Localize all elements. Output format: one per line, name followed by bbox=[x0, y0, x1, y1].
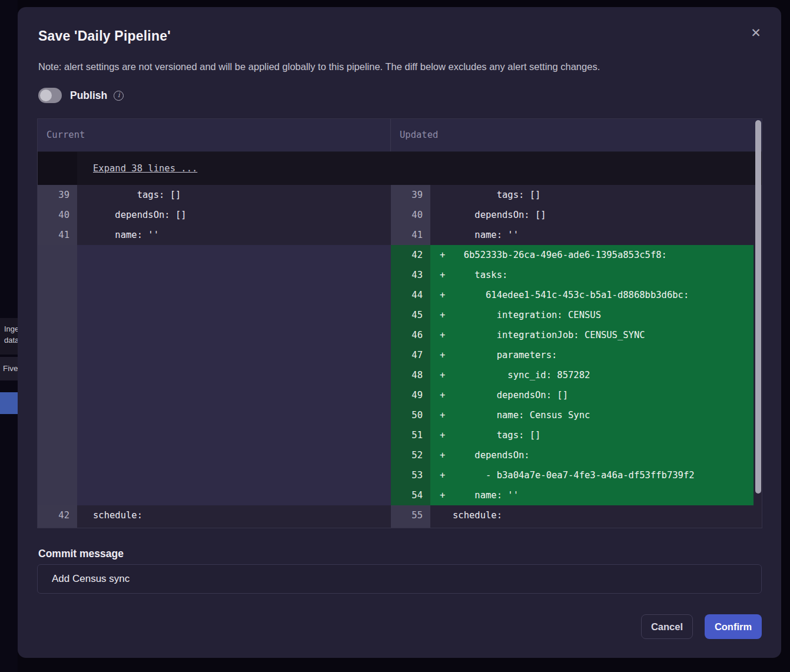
diff-row: 40 dependsOn: [] 40 dependsOn: [] bbox=[38, 205, 762, 225]
diff-left-line-number: 39 bbox=[38, 185, 77, 205]
diff-right-line-number: 49 bbox=[391, 385, 430, 405]
diff-left-code bbox=[77, 465, 391, 485]
diff-left-line-number bbox=[38, 325, 77, 345]
diff-right-code: - b3a04a7e-0ea7-4fe3-a46a-df53ffb739f2 bbox=[453, 465, 754, 485]
diff-add-marker bbox=[430, 205, 453, 225]
diff-left-code bbox=[77, 425, 391, 445]
diff-right-line-number: 45 bbox=[391, 305, 430, 325]
diff-right-code: tasks: bbox=[453, 265, 754, 285]
diff-scroll-gutter bbox=[754, 505, 762, 525]
background-text-fragment: data bbox=[4, 335, 18, 346]
diff-left-line-number bbox=[38, 445, 77, 465]
diff-viewer: Current Updated Expand 38 lines ... 39 t… bbox=[37, 118, 762, 528]
diff-right-line-number: 48 bbox=[391, 365, 430, 385]
diff-right-code: dependsOn: [] bbox=[453, 205, 754, 225]
diff-right-code: parameters: bbox=[453, 345, 754, 365]
diff-left-line-number bbox=[38, 265, 77, 285]
diff-row: 50 + name: Census Sync bbox=[38, 405, 762, 425]
diff-row: 53 + - b3a04a7e-0ea7-4fe3-a46a-df53ffb73… bbox=[38, 465, 762, 485]
diff-right-code: dependsOn: [] bbox=[453, 385, 754, 405]
diff-add-marker bbox=[430, 505, 453, 525]
diff-add-marker: + bbox=[430, 305, 453, 325]
diff-add-marker: + bbox=[430, 425, 453, 445]
diff-right-line-number: 50 bbox=[391, 405, 430, 425]
diff-partial-row bbox=[38, 525, 762, 528]
diff-row: 52 + dependsOn: bbox=[38, 445, 762, 465]
diff-right-code: integration: CENSUS bbox=[453, 305, 754, 325]
diff-right-line-number: 46 bbox=[391, 325, 430, 345]
diff-row: 48 + sync_id: 857282 bbox=[38, 365, 762, 385]
diff-right-line-number: 52 bbox=[391, 445, 430, 465]
diff-add-marker: + bbox=[430, 365, 453, 385]
diff-right-line-number: 43 bbox=[391, 265, 430, 285]
diff-row: 46 + integrationJob: CENSUS_SYNC bbox=[38, 325, 762, 345]
diff-left-code bbox=[77, 485, 391, 505]
diff-left-code: schedule: bbox=[77, 505, 391, 525]
diff-left-code bbox=[77, 305, 391, 325]
diff-row: 42 schedule: 55 schedule: bbox=[38, 505, 762, 525]
confirm-button[interactable]: Confirm bbox=[705, 614, 762, 639]
diff-add-marker bbox=[430, 225, 453, 245]
publish-label: Publish bbox=[70, 90, 107, 102]
diff-header-updated: Updated bbox=[391, 119, 762, 151]
diff-left-code bbox=[77, 365, 391, 385]
diff-right-line-number: 41 bbox=[391, 225, 430, 245]
toggle-knob bbox=[40, 90, 52, 101]
diff-left-code bbox=[77, 285, 391, 305]
cancel-button[interactable]: Cancel bbox=[641, 614, 693, 639]
diff-expand-row: Expand 38 lines ... bbox=[38, 152, 762, 185]
background-selected-item-bar bbox=[0, 392, 18, 414]
diff-body: 39 tags: [] 39 tags: [] 40 dependsOn: []… bbox=[38, 185, 762, 525]
diff-right-code: tags: [] bbox=[453, 185, 754, 205]
diff-left-code bbox=[77, 265, 391, 285]
publish-row: Publish i bbox=[38, 88, 124, 103]
diff-left-code: name: '' bbox=[77, 225, 391, 245]
background-sidebar-item-fivetran: Fivet bbox=[0, 357, 18, 380]
diff-row: 49 + dependsOn: [] bbox=[38, 385, 762, 405]
modal-title: Save 'Daily Pipeline' bbox=[38, 28, 171, 44]
diff-right-line-number: 51 bbox=[391, 425, 430, 445]
background-text-fragment: Inge bbox=[4, 323, 18, 335]
save-pipeline-modal: ✕ Save 'Daily Pipeline' Note: alert sett… bbox=[18, 7, 781, 658]
background-app-strip: Inge data Fivet bbox=[0, 0, 18, 672]
diff-left-line-number bbox=[38, 405, 77, 425]
diff-left-code: tags: [] bbox=[77, 185, 391, 205]
diff-vertical-scrollbar[interactable] bbox=[755, 120, 761, 494]
close-icon[interactable]: ✕ bbox=[748, 25, 764, 41]
diff-add-marker: + bbox=[430, 445, 453, 465]
background-text-fragment: Fivet bbox=[3, 364, 18, 373]
diff-right-code: tags: [] bbox=[453, 425, 754, 445]
diff-add-marker: + bbox=[430, 325, 453, 345]
diff-row: 47 + parameters: bbox=[38, 345, 762, 365]
diff-left-line-number: 40 bbox=[38, 205, 77, 225]
commit-message-input[interactable] bbox=[37, 564, 762, 594]
diff-right-code: dependsOn: bbox=[453, 445, 754, 465]
diff-expand-gutter bbox=[38, 152, 77, 185]
diff-right-code: name: Census Sync bbox=[453, 405, 754, 425]
commit-message-label: Commit message bbox=[38, 548, 124, 560]
diff-row: 43 + tasks: bbox=[38, 265, 762, 285]
diff-right-line-number: 53 bbox=[391, 465, 430, 485]
diff-left-line-number bbox=[38, 385, 77, 405]
diff-left-code bbox=[77, 385, 391, 405]
diff-add-marker: + bbox=[430, 345, 453, 365]
diff-header-current: Current bbox=[38, 119, 391, 151]
publish-toggle[interactable] bbox=[38, 88, 62, 103]
diff-row: 42 + 6b52333b-26ca-49e6-ade6-1395a853c5f… bbox=[38, 245, 762, 265]
info-icon[interactable]: i bbox=[114, 91, 124, 101]
expand-lines-link[interactable]: Expand 38 lines ... bbox=[93, 152, 197, 185]
diff-add-marker bbox=[430, 185, 453, 205]
diff-right-line-number: 44 bbox=[391, 285, 430, 305]
diff-right-code: 6b52333b-26ca-49e6-ade6-1395a853c5f8: bbox=[453, 245, 754, 265]
diff-row: 41 name: '' 41 name: '' bbox=[38, 225, 762, 245]
diff-left-line-number bbox=[38, 345, 77, 365]
diff-left-code bbox=[77, 445, 391, 465]
diff-left-line-number bbox=[38, 245, 77, 265]
diff-add-marker: + bbox=[430, 285, 453, 305]
diff-row: 39 tags: [] 39 tags: [] bbox=[38, 185, 762, 205]
diff-add-marker: + bbox=[430, 245, 453, 265]
diff-left-line-number bbox=[38, 285, 77, 305]
diff-left-line-number: 41 bbox=[38, 225, 77, 245]
diff-left-code bbox=[77, 345, 391, 365]
diff-left-line-number: 42 bbox=[38, 505, 77, 525]
